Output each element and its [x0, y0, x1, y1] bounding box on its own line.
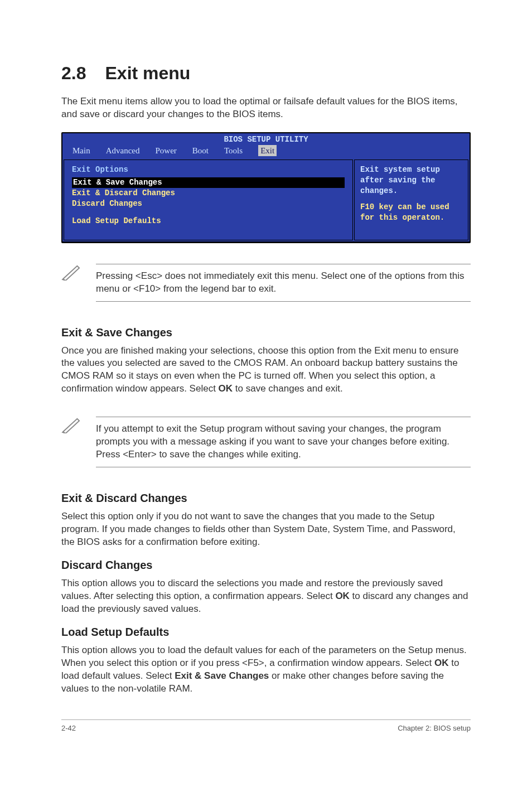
ok-bold-3: OK — [434, 658, 449, 668]
item-exit-discard[interactable]: Exit & Discard Changes — [72, 188, 345, 199]
tab-main[interactable]: Main — [72, 145, 90, 156]
heading-exit-discard: Exit & Discard Changes — [61, 491, 471, 506]
para-exit-discard: Select this option only if you do not wa… — [61, 510, 471, 549]
help-line-2: after saving the changes. — [360, 175, 462, 196]
ok-bold-1: OK — [219, 383, 233, 394]
bios-body: Exit Options Exit & Save Changes Exit & … — [62, 158, 470, 241]
heading-discard: Discard Changes — [61, 558, 471, 573]
ok-bold-2: OK — [335, 591, 350, 601]
page-title: 2.8Exit menu — [61, 61, 471, 85]
intro-text: The Exit menu items allow you to load th… — [61, 95, 471, 121]
help-line-3: F10 key can be used for this operaton. — [360, 202, 462, 223]
para-exit-save-b: to save changes and exit. — [233, 383, 343, 394]
item-exit-save[interactable]: Exit & Save Changes — [72, 177, 345, 188]
footer-page-number: 2-42 — [61, 723, 76, 733]
pencil-note-icon — [61, 417, 83, 433]
bios-help-pane: Exit system setup after saving the chang… — [354, 160, 468, 240]
item-discard[interactable]: Discard Changes — [72, 199, 345, 209]
pencil-note-icon — [61, 264, 83, 281]
tab-advanced[interactable]: Advanced — [106, 145, 140, 156]
tab-exit[interactable]: Exit — [258, 145, 277, 156]
help-line-1: Exit system setup — [360, 165, 462, 175]
para-load-defaults: This option allows you to load the defau… — [61, 644, 471, 695]
section-number: 2.8 — [61, 61, 86, 85]
exit-options-header: Exit Options — [72, 165, 345, 175]
tab-boot[interactable]: Boot — [192, 145, 209, 156]
note-1-text: Pressing <Esc> does not immediately exit… — [96, 264, 471, 302]
para-discard: This option allows you to discard the se… — [61, 577, 471, 616]
para-exit-save: Once you are finished making your select… — [61, 345, 471, 396]
note-2: If you attempt to exit the Setup program… — [61, 413, 471, 471]
section-name: Exit menu — [105, 63, 190, 83]
bios-screenshot: BIOS SETUP UTILITY Main Advanced Power B… — [61, 132, 471, 243]
heading-load-defaults: Load Setup Defaults — [61, 625, 471, 640]
note-2-text: If you attempt to exit the Setup program… — [96, 417, 471, 467]
bios-title: BIOS SETUP UTILITY — [62, 133, 470, 145]
tab-power[interactable]: Power — [155, 145, 176, 156]
bios-tabs: Main Advanced Power Boot Tools Exit — [62, 145, 470, 158]
item-load-defaults[interactable]: Load Setup Defaults — [72, 216, 345, 226]
page-footer: 2-42 Chapter 2: BIOS setup — [61, 719, 471, 733]
para-load-a: This option allows you to load the defau… — [61, 645, 467, 668]
bios-left-pane: Exit Options Exit & Save Changes Exit & … — [64, 160, 353, 240]
tab-tools[interactable]: Tools — [224, 145, 243, 156]
note-1: Pressing <Esc> does not immediately exit… — [61, 260, 471, 305]
exit-save-bold: Exit & Save Changes — [175, 670, 269, 681]
footer-chapter: Chapter 2: BIOS setup — [398, 723, 471, 733]
heading-exit-save: Exit & Save Changes — [61, 325, 471, 340]
